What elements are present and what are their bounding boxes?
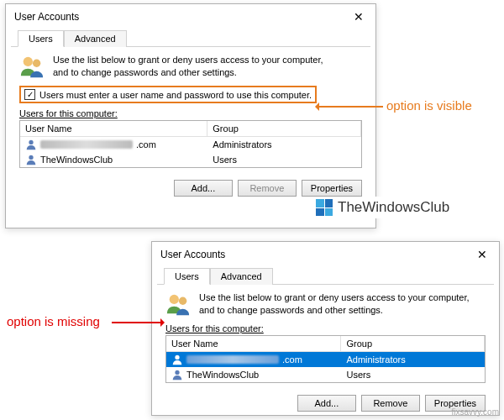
intro-row: Use the list below to grant or deny user… [165,291,486,317]
arrow-visible [318,106,383,108]
user-icon [25,154,37,165]
list-item[interactable]: TheWindowsClub Users [166,367,485,382]
titlebar: User Accounts ✕ [6,4,375,29]
dialog-body: Use the list below to grant or deny user… [6,47,375,175]
logo-icon [316,199,333,216]
user-cell: TheWindowsClub [186,370,259,380]
users-section-label: Users for this computer: [165,323,486,333]
col-user-name[interactable]: User Name [20,121,207,136]
svg-point-4 [170,295,179,304]
intro-text: Use the list below to grant or deny user… [53,54,323,79]
intro-row: Use the list below to grant or deny user… [19,54,362,79]
group-cell: Administrators [341,353,485,366]
users-listbox[interactable]: User Name Group .com Administrators TheW… [165,335,486,383]
option-label: Users must enter a user name and passwor… [39,90,312,100]
option-highlight-box: ✓ Users must enter a user name and passw… [19,86,317,103]
tab-users[interactable]: Users [18,30,64,47]
list-item[interactable]: .com Administrators [166,352,485,367]
properties-button[interactable]: Properties [302,180,362,197]
button-row: Add... Remove Properties [152,390,499,417]
svg-point-3 [29,155,33,160]
svg-point-1 [33,60,40,67]
window-title: User Accounts [160,249,225,260]
window-title: User Accounts [14,11,79,23]
intro-line2: and to change passwords and other settin… [53,67,237,77]
svg-point-2 [29,140,33,144]
remove-button: Remove [238,180,297,197]
list-header: User Name Group [20,121,361,137]
intro-text: Use the list below to grant or deny user… [199,291,470,317]
list-item[interactable]: TheWindowsClub Users [20,152,361,167]
annotation-visible: option is visible [386,98,472,113]
user-suffix: .com [136,139,156,150]
users-listbox[interactable]: User Name Group .com Administrators TheW… [19,120,362,168]
close-icon: ✕ [477,248,487,261]
logo-text: TheWindowsClub [338,199,449,216]
svg-point-0 [24,57,33,66]
col-user-name[interactable]: User Name [166,336,341,351]
svg-point-5 [179,297,186,305]
svg-point-6 [175,355,179,360]
group-cell: Users [341,368,485,381]
arrow-missing [112,322,162,323]
close-button[interactable]: ✕ [344,8,374,26]
blurred-username [40,140,133,149]
close-button[interactable]: ✕ [467,245,497,264]
dialog-body: Use the list below to grant or deny user… [152,285,499,390]
users-icon [19,54,45,79]
watermark-text: fixsavvy.com [452,407,500,417]
tab-strip: Users Advanced [11,29,370,47]
intro-line1: Use the list below to grant or deny user… [199,292,470,302]
intro-line1: Use the list below to grant or deny user… [53,55,323,65]
user-icon [25,139,37,150]
annotation-missing: option is missing [7,314,100,328]
intro-line2: and to change passwords and other settin… [199,305,383,315]
tab-strip: Users Advanced [157,267,494,285]
col-group[interactable]: Group [207,121,361,136]
add-button[interactable]: Add... [174,180,233,197]
blurred-username [186,355,279,364]
tab-advanced[interactable]: Advanced [210,268,273,285]
user-cell: TheWindowsClub [40,155,113,165]
user-suffix: .com [282,354,302,365]
list-header: User Name Group [166,336,485,352]
close-icon: ✕ [354,10,364,24]
group-cell: Administrators [207,138,361,151]
list-item[interactable]: .com Administrators [20,137,361,152]
logo-watermark: TheWindowsClub [311,197,454,218]
group-cell: Users [207,153,361,166]
svg-point-7 [175,370,179,375]
user-accounts-dialog-visible: User Accounts ✕ Users Advanced Use the l… [5,3,376,228]
remove-button[interactable]: Remove [361,395,420,412]
col-group[interactable]: Group [341,336,485,351]
titlebar: User Accounts ✕ [152,242,499,267]
users-icon [165,291,191,317]
user-icon [171,369,183,381]
add-button[interactable]: Add... [297,395,356,412]
user-icon [171,354,183,365]
tab-users[interactable]: Users [164,268,210,285]
tab-advanced[interactable]: Advanced [64,30,127,47]
must-enter-checkbox[interactable]: ✓ [24,89,35,100]
user-accounts-dialog-missing: User Accounts ✕ Users Advanced Use the l… [151,241,500,416]
